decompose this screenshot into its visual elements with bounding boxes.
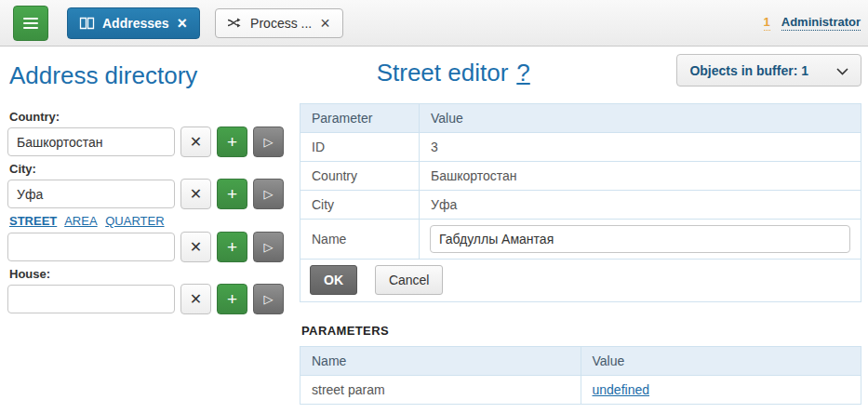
close-icon[interactable]: ×: [177, 15, 189, 32]
top-bar: Addresses × Process ... × 1 Administrato…: [0, 0, 868, 47]
tab-process[interactable]: Process ... ×: [215, 8, 343, 38]
hamburger-menu-button[interactable]: [13, 6, 48, 41]
country-clear-button[interactable]: ✕: [180, 127, 211, 157]
app-window: Addresses × Process ... × 1 Administrato…: [0, 0, 868, 413]
table-row: City Уфа: [300, 191, 861, 220]
table-row-name: Name: [300, 220, 861, 260]
notification-count[interactable]: 1: [764, 15, 770, 31]
hamburger-icon: [23, 18, 38, 20]
country-apply-button[interactable]: ▷: [253, 127, 284, 157]
area-tab-link[interactable]: AREA: [64, 214, 97, 228]
editor-title: Street editor?: [300, 59, 676, 87]
tab-bar: Addresses × Process ... ×: [67, 7, 343, 39]
clear-x-icon: ✕: [190, 238, 202, 256]
house-clear-button[interactable]: ✕: [180, 284, 211, 314]
table-header-row: Name Value: [300, 347, 861, 376]
param-name-cell: street param: [300, 376, 581, 405]
shuffle-icon: [227, 17, 243, 29]
street-tab-link[interactable]: STREET: [9, 214, 57, 228]
country-label: Country:: [9, 110, 292, 124]
house-add-button[interactable]: +: [217, 284, 247, 314]
hamburger-icon: [23, 22, 38, 24]
name-header: Name: [300, 347, 581, 376]
open-book-icon: [79, 17, 95, 30]
value-cell: Башкортостан: [420, 162, 861, 191]
plus-icon: +: [227, 185, 237, 203]
editor-buttons-cell: OK Cancel: [300, 260, 861, 302]
plus-icon: +: [227, 238, 237, 256]
param-cell: Name: [300, 220, 420, 260]
street-type-links: STREET AREA QUARTER: [9, 214, 292, 228]
value-cell: Уфа: [420, 191, 861, 220]
house-row: ✕ + ▷: [7, 284, 292, 314]
street-name-input[interactable]: [430, 225, 850, 253]
param-cell: City: [300, 191, 420, 220]
buffer-label: Objects in buffer: 1: [689, 63, 808, 78]
city-row: ✕ + ▷: [7, 179, 292, 209]
clear-x-icon: ✕: [190, 133, 202, 151]
clear-x-icon: ✕: [190, 185, 202, 203]
parameter-header: Parameter: [300, 104, 420, 133]
editor-buttons-row: OK Cancel: [300, 260, 861, 302]
param-cell: ID: [300, 133, 420, 162]
value-cell: 3: [420, 133, 861, 162]
editor-title-text: Street editor: [377, 59, 509, 87]
help-link[interactable]: ?: [516, 59, 529, 87]
street-editor-table: Parameter Value ID 3 Country Башкортоста…: [300, 103, 861, 302]
cancel-button[interactable]: Cancel: [375, 265, 444, 295]
ok-button[interactable]: OK: [310, 265, 357, 295]
city-apply-button[interactable]: ▷: [253, 179, 284, 209]
hamburger-icon: [23, 27, 38, 29]
house-label: House:: [9, 267, 292, 281]
city-clear-button[interactable]: ✕: [180, 179, 211, 209]
street-input[interactable]: [7, 233, 175, 261]
param-value-cell: undefined: [581, 376, 861, 405]
address-directory-panel: Address directory Country: ✕ + ▷ City: ✕…: [7, 56, 292, 319]
table-row: ID 3: [300, 133, 861, 162]
street-row: ✕ + ▷: [7, 232, 292, 262]
user-area: 1 Administrator: [764, 15, 861, 31]
city-input[interactable]: [7, 180, 175, 208]
play-icon: ▷: [264, 187, 274, 201]
name-value-cell: [420, 220, 861, 260]
house-input[interactable]: [7, 285, 175, 313]
country-row: ✕ + ▷: [7, 127, 292, 157]
undefined-value-link[interactable]: undefined: [593, 382, 650, 397]
play-icon: ▷: [264, 135, 274, 149]
plus-icon: +: [227, 133, 237, 151]
table-row: Country Башкортостан: [300, 162, 861, 191]
street-editor-panel: Street editor? Objects in buffer: 1 Para…: [300, 54, 861, 405]
table-row: street param undefined: [300, 376, 861, 405]
house-apply-button[interactable]: ▷: [253, 284, 284, 314]
country-input[interactable]: [7, 127, 175, 156]
page-title: Address directory: [9, 61, 292, 90]
street-clear-button[interactable]: ✕: [180, 232, 211, 262]
parameters-table: Name Value street param undefined: [300, 346, 861, 405]
user-link[interactable]: Administrator: [781, 15, 861, 31]
city-label: City:: [9, 162, 292, 176]
plus-icon: +: [227, 290, 237, 308]
value-header: Value: [581, 347, 861, 376]
editor-header: Street editor? Objects in buffer: 1: [300, 54, 861, 87]
tab-label: Process ...: [250, 16, 312, 31]
play-icon: ▷: [264, 240, 274, 254]
quarter-tab-link[interactable]: QUARTER: [105, 214, 164, 228]
parameters-section-title: PARAMETERS: [301, 324, 861, 338]
close-icon[interactable]: ×: [319, 15, 331, 32]
chevron-down-icon: [836, 63, 848, 78]
objects-in-buffer-dropdown[interactable]: Objects in buffer: 1: [676, 54, 861, 87]
table-header-row: Parameter Value: [300, 104, 861, 133]
param-cell: Country: [300, 162, 420, 191]
clear-x-icon: ✕: [190, 290, 202, 308]
city-add-button[interactable]: +: [217, 179, 247, 209]
value-header: Value: [420, 104, 861, 133]
tab-addresses[interactable]: Addresses ×: [67, 7, 200, 39]
play-icon: ▷: [264, 292, 274, 306]
tab-label: Addresses: [102, 16, 169, 31]
street-apply-button[interactable]: ▷: [253, 232, 284, 262]
country-add-button[interactable]: +: [217, 127, 247, 157]
street-add-button[interactable]: +: [217, 232, 247, 262]
